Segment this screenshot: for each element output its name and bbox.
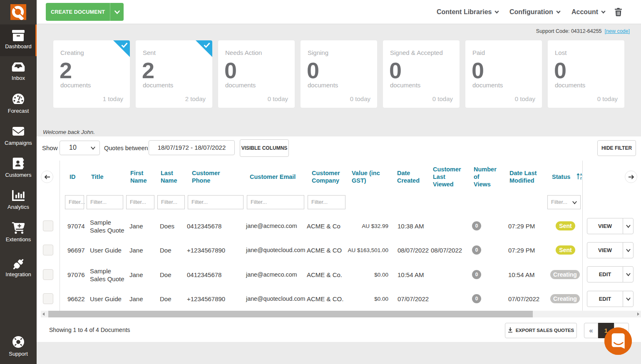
svg-text:Z: Z [580,177,582,180]
svg-text:A: A [580,173,582,176]
